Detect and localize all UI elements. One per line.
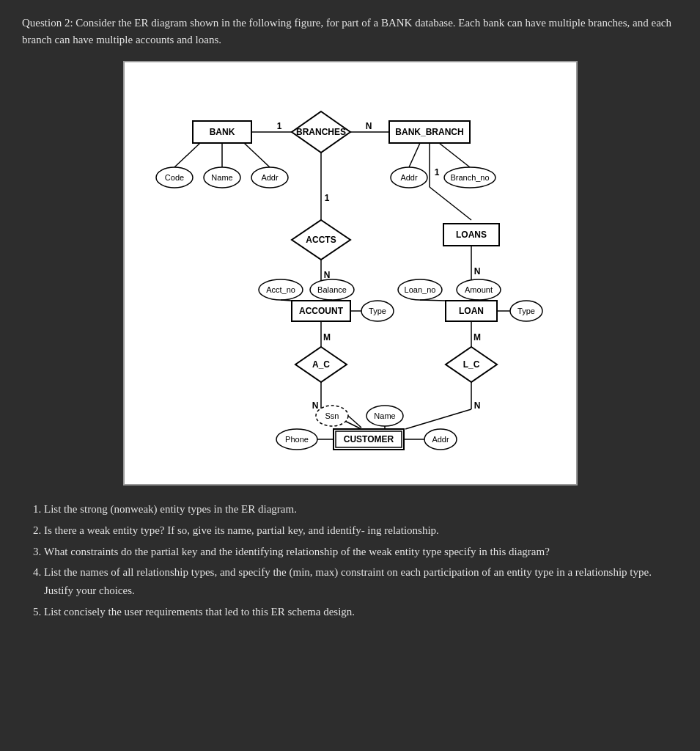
answers-list: List the strong (nonweak) entity types i… (44, 500, 671, 621)
accts-account-card: N (323, 270, 330, 280)
er-diagram-svg: .entity-rect { fill: white; stroke: blac… (134, 77, 567, 473)
account-label: ACCOUNT (299, 306, 344, 316)
svg-text:Name: Name (374, 411, 395, 420)
bank-branch-loans-card: 1 (434, 167, 439, 177)
answer-item-4: List the names of all relationship types… (44, 563, 671, 600)
er-diagram-container: .entity-rect { fill: white; stroke: blac… (123, 61, 578, 486)
svg-line-19 (430, 187, 471, 220)
account-ac-card: M (323, 332, 331, 342)
lc-label: L_C (463, 359, 479, 370)
svg-text:Loan_no: Loan_no (404, 285, 435, 294)
svg-line-16 (439, 143, 470, 167)
svg-text:Balance: Balance (317, 285, 347, 294)
bank-branch-label: BANK_BRANCH (395, 127, 463, 137)
svg-text:Addr: Addr (400, 173, 418, 182)
accts-label: ACCTS (306, 235, 336, 245)
svg-line-33 (471, 300, 479, 301)
loan-lc-card: M (474, 332, 481, 342)
svg-text:Acct_no: Acct_no (266, 285, 295, 294)
loan-label: LOAN (459, 306, 484, 316)
svg-text:Code: Code (164, 173, 183, 182)
branches-bank-branch-card: N (365, 121, 372, 131)
lc-customer-card: N (474, 400, 480, 411)
bank-branches-card: 1 (276, 121, 281, 131)
ac-customer-card: N (312, 400, 318, 411)
svg-line-30 (281, 300, 292, 301)
svg-line-10 (244, 143, 270, 167)
answer-item-3: What constraints do the partial key and … (44, 543, 671, 561)
svg-text:Name: Name (211, 173, 232, 182)
branches-accts-card: 1 (324, 193, 329, 203)
svg-text:Branch_no: Branch_no (450, 173, 489, 182)
loans-loan-card: N (474, 266, 480, 276)
svg-line-15 (409, 143, 420, 167)
question-text: Question 2: Consider the ER diagram show… (22, 15, 678, 48)
svg-text:Addr: Addr (261, 173, 279, 182)
answers-section: List the strong (nonweak) entity types i… (22, 500, 678, 621)
customer-label: CUSTOMER (343, 434, 394, 444)
ac-label: A_C (312, 359, 329, 370)
answer-item-5: List concisely the user requirements tha… (44, 603, 671, 621)
svg-text:Addr: Addr (432, 435, 449, 444)
svg-line-32 (420, 300, 446, 301)
svg-text:Ssn: Ssn (325, 411, 339, 420)
svg-line-45 (405, 409, 471, 429)
branches-label: BRANCHES (295, 127, 345, 137)
bank-label: BANK (209, 127, 235, 137)
svg-text:Phone: Phone (285, 435, 309, 444)
svg-text:Type: Type (369, 307, 386, 315)
svg-text:Type: Type (517, 307, 535, 315)
answer-item-2: Is there a weak entity type? If so, give… (44, 521, 671, 540)
loans-label: LOANS (456, 230, 487, 240)
svg-line-31 (321, 300, 332, 301)
svg-text:Amount: Amount (465, 285, 493, 294)
answer-item-1: List the strong (nonweak) entity types i… (44, 500, 671, 519)
svg-line-8 (174, 143, 200, 167)
